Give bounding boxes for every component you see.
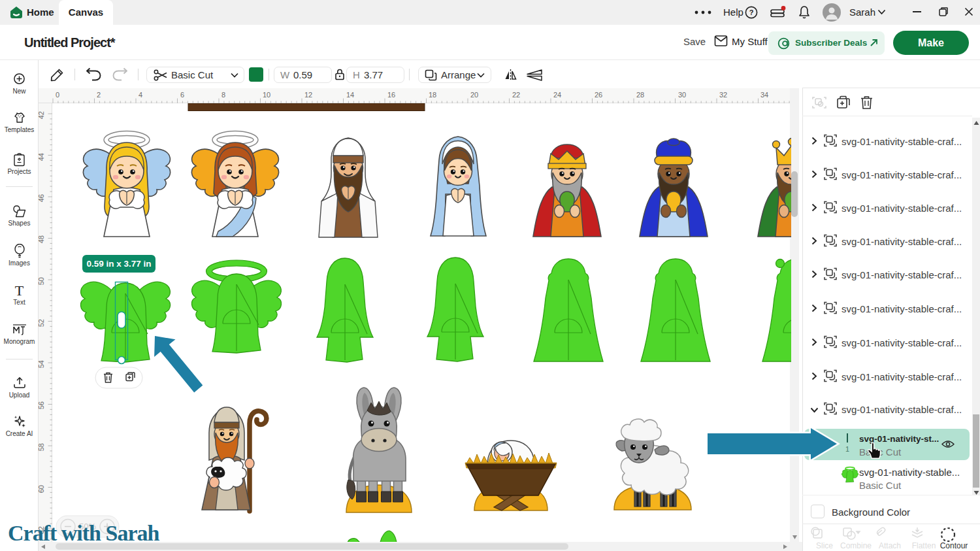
svg-text:?: ? — [749, 8, 754, 16]
